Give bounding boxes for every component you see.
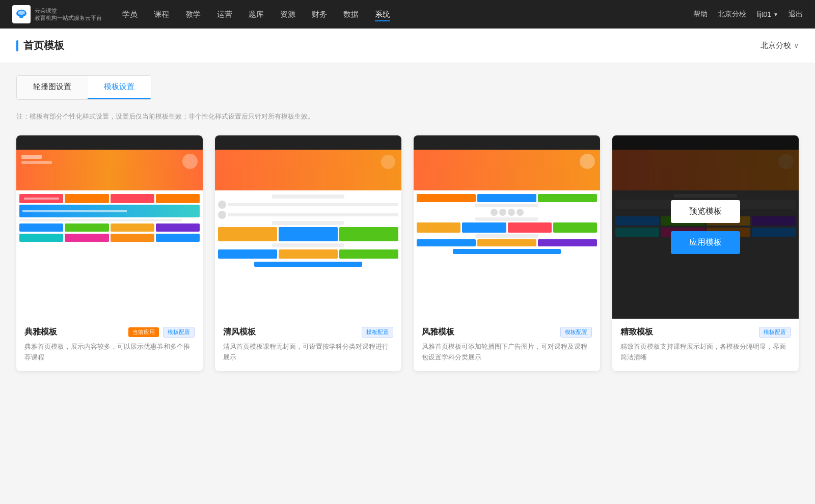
help-link[interactable]: 帮助 bbox=[693, 10, 708, 19]
template-desc-qingfeng: 清风首页模板课程无封面，可设置按学科分类对课程进行展示 bbox=[223, 342, 393, 363]
badge-config-jingzhi[interactable]: 模板配置 bbox=[759, 327, 791, 338]
badge-config-dianyan[interactable]: 模板配置 bbox=[163, 327, 195, 338]
template-title-row-jingzhi: 精致模板 模板配置 bbox=[620, 327, 791, 338]
nav-item-tiku[interactable]: 题库 bbox=[249, 8, 264, 21]
template-card-qingfeng: 清风模板 模板配置 清风首页模板课程无封面，可设置按学科分类对课程进行展示 bbox=[215, 135, 401, 371]
nav-item-ziyuan[interactable]: 资源 bbox=[280, 8, 295, 21]
template-desc-fengya: 风雅首页模板可添加轮播图下广告图片，可对课程及课程包设置学科分类展示 bbox=[422, 342, 592, 363]
template-name-fengya: 风雅模板 bbox=[422, 327, 454, 338]
template-desc-jingzhi: 精致首页模板支持课程展示封面，各模板分隔明显，界面简洁清晰 bbox=[620, 342, 791, 363]
logout-link[interactable]: 退出 bbox=[789, 10, 803, 19]
tab-carousel[interactable]: 轮播图设置 bbox=[17, 76, 88, 99]
logo: 云朵课堂 教育机构一站式服务云平台 bbox=[12, 5, 102, 23]
branch-link[interactable]: 北京分校 bbox=[718, 10, 746, 19]
template-grid: 典雅模板 当前应用 模板配置 典雅首页模板，展示内容较多，可以展示优惠券和多个推… bbox=[16, 135, 799, 371]
nav-item-kecheng[interactable]: 课程 bbox=[154, 8, 169, 21]
user-dropdown-arrow: ▼ bbox=[773, 12, 778, 17]
content-area: 轮播图设置 模板设置 注：模板有部分个性化样式设置，设置后仅当前模板生效；非个性… bbox=[0, 63, 815, 504]
logo-icon bbox=[12, 5, 31, 23]
page-title: 首页模板 bbox=[23, 39, 64, 52]
template-preview-qingfeng[interactable] bbox=[215, 135, 401, 319]
nav-menu: 学员 课程 教学 运营 题库 资源 财务 数据 系统 bbox=[122, 8, 693, 21]
badge-config-qingfeng[interactable]: 模板配置 bbox=[362, 327, 393, 338]
template-footer-qingfeng: 清风模板 模板配置 清风首页模板课程无封面，可设置按学科分类对课程进行展示 bbox=[215, 319, 401, 371]
template-name-qingfeng: 清风模板 bbox=[223, 327, 256, 338]
tabs: 轮播图设置 模板设置 bbox=[16, 75, 151, 100]
template-badges-fengya: 模板配置 bbox=[560, 327, 592, 338]
badge-current-dianyan: 当前应用 bbox=[128, 327, 159, 337]
template-title-row-fengya: 风雅模板 模板配置 bbox=[422, 327, 592, 338]
nav-item-xitong[interactable]: 系统 bbox=[375, 8, 390, 21]
nav-item-yuying[interactable]: 运营 bbox=[217, 8, 232, 21]
template-card-fengya: 风雅模板 模板配置 风雅首页模板可添加轮播图下广告图片，可对课程及课程包设置学科… bbox=[414, 135, 600, 371]
nav-item-xueyuan[interactable]: 学员 bbox=[122, 8, 138, 21]
nav-item-jiaoxue[interactable]: 教学 bbox=[185, 8, 201, 21]
template-name-jingzhi: 精致模板 bbox=[620, 327, 653, 338]
template-card-dianyan: 典雅模板 当前应用 模板配置 典雅首页模板，展示内容较多，可以展示优惠券和多个推… bbox=[16, 135, 203, 371]
logo-text: 云朵课堂 教育机构一站式服务云平台 bbox=[35, 7, 102, 22]
nav-right: 帮助 北京分校 lijt01 ▼ 退出 bbox=[693, 10, 803, 19]
template-title-row-qingfeng: 清风模板 模板配置 bbox=[223, 327, 393, 338]
nav-item-caiwu[interactable]: 财务 bbox=[312, 8, 327, 21]
branch-selector-arrow: ∨ bbox=[794, 42, 799, 49]
template-footer-jingzhi: 精致模板 模板配置 精致首页模板支持课程展示封面，各模板分隔明显，界面简洁清晰 bbox=[612, 319, 799, 371]
template-preview-fengya[interactable] bbox=[414, 135, 600, 319]
page-header: 首页模板 北京分校 ∨ bbox=[0, 29, 815, 63]
page-title-bar bbox=[16, 40, 18, 51]
badge-config-fengya[interactable]: 模板配置 bbox=[560, 327, 592, 338]
page-title-wrap: 首页模板 bbox=[16, 39, 64, 52]
template-footer-fengya: 风雅模板 模板配置 风雅首页模板可添加轮播图下广告图片，可对课程及课程包设置学科… bbox=[414, 319, 600, 371]
user-menu[interactable]: lijt01 ▼ bbox=[756, 10, 778, 18]
template-name-dianyan: 典雅模板 bbox=[24, 327, 57, 338]
template-title-row-dianyan: 典雅模板 当前应用 模板配置 bbox=[24, 327, 195, 338]
template-badges-jingzhi: 模板配置 bbox=[759, 327, 791, 338]
template-card-jingzhi: 预览模板 应用模板 精致模板 模板配置 精致首页模板支持课程展示封面，各模板分隔… bbox=[612, 135, 799, 371]
template-preview-dianyan[interactable] bbox=[16, 135, 203, 319]
template-badges-qingfeng: 模板配置 bbox=[362, 327, 393, 338]
note-text: 注：模板有部分个性化样式设置，设置后仅当前模板生效；非个性化样式设置后只针对所有… bbox=[16, 112, 799, 121]
branch-selector[interactable]: 北京分校 ∨ bbox=[760, 41, 799, 50]
main-nav: 云朵课堂 教育机构一站式服务云平台 学员 课程 教学 运营 题库 资源 财务 数… bbox=[0, 0, 815, 29]
svg-rect-2 bbox=[19, 16, 23, 18]
template-badges-dianyan: 当前应用 模板配置 bbox=[128, 327, 195, 338]
template-desc-dianyan: 典雅首页模板，展示内容较多，可以展示优惠券和多个推荐课程 bbox=[24, 342, 195, 363]
template-preview-jingzhi[interactable]: 预览模板 应用模板 bbox=[612, 135, 799, 319]
template-footer-dianyan: 典雅模板 当前应用 模板配置 典雅首页模板，展示内容较多，可以展示优惠券和多个推… bbox=[16, 319, 203, 371]
apply-btn-jingzhi[interactable]: 应用模板 bbox=[671, 231, 740, 254]
svg-point-1 bbox=[18, 11, 25, 15]
tab-template[interactable]: 模板设置 bbox=[88, 76, 151, 99]
preview-btn-jingzhi[interactable]: 预览模板 bbox=[671, 200, 740, 223]
nav-item-shuju[interactable]: 数据 bbox=[343, 8, 359, 21]
